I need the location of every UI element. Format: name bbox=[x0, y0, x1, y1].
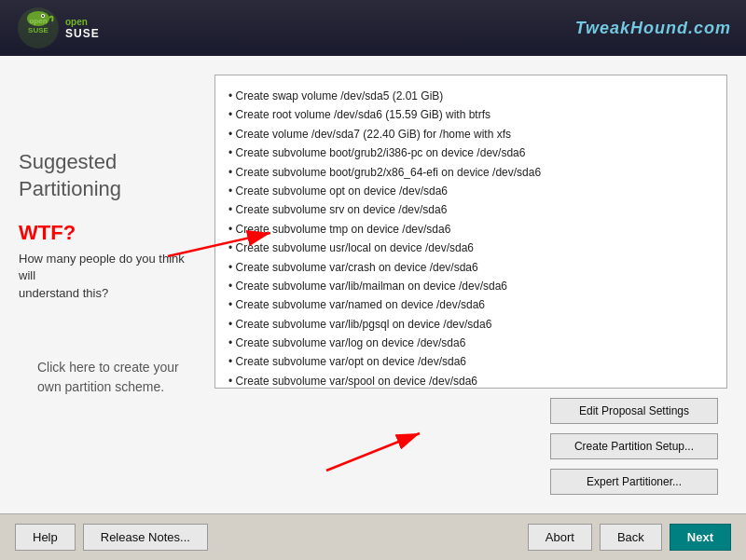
list-item: Create subvolume srv on device /dev/sda6 bbox=[228, 200, 713, 219]
list-item: Create subvolume var/named on device /de… bbox=[228, 295, 713, 314]
abort-button[interactable]: Abort bbox=[528, 524, 592, 551]
list-item: Create subvolume var/log on device /dev/… bbox=[228, 334, 713, 352]
list-item: Create root volume /dev/sda6 (15.59 GiB)… bbox=[228, 105, 713, 124]
back-button[interactable]: Back bbox=[600, 524, 662, 551]
list-item: Create subvolume var/crash on device /de… bbox=[228, 258, 713, 277]
list-item: Create subvolume boot/grub2/x86_64-efi o… bbox=[228, 163, 713, 182]
opensuse-logo: open SUSE bbox=[15, 5, 62, 51]
right-panel: Create swap volume /dev/sda5 (2.01 GiB)C… bbox=[205, 56, 746, 513]
partition-list-box: Create swap volume /dev/sda5 (2.01 GiB)C… bbox=[214, 75, 727, 389]
click-hint: Click here to create yourown partition s… bbox=[37, 358, 186, 397]
list-item: Create swap volume /dev/sda5 (2.01 GiB) bbox=[228, 87, 713, 105]
logo-area: open SUSE open SUSE bbox=[15, 5, 100, 51]
suse-text: SUSE bbox=[65, 27, 100, 40]
list-item: Create subvolume var/spool on device /de… bbox=[228, 372, 713, 389]
wtf-description: How many people do you think willunderst… bbox=[19, 251, 186, 302]
footer-left: Help Release Notes... bbox=[15, 524, 208, 551]
release-notes-button[interactable]: Release Notes... bbox=[83, 524, 208, 551]
partition-list: Create swap volume /dev/sda5 (2.01 GiB)C… bbox=[228, 87, 713, 389]
footer-right: Abort Back Next bbox=[528, 524, 731, 551]
help-button[interactable]: Help bbox=[15, 524, 76, 551]
create-partition-button[interactable]: Create Partition Setup... bbox=[550, 433, 718, 459]
list-item: Create subvolume var/lib/pgsql on device… bbox=[228, 315, 713, 334]
list-item: Create subvolume var/opt on device /dev/… bbox=[228, 352, 713, 371]
open-text: open bbox=[65, 17, 100, 27]
list-item: Create subvolume opt on device /dev/sda6 bbox=[228, 182, 713, 200]
list-item: Create subvolume tmp on device /dev/sda6 bbox=[228, 220, 713, 239]
svg-text:SUSE: SUSE bbox=[28, 26, 48, 34]
section-title: SuggestedPartitioning bbox=[19, 149, 186, 202]
list-item: Create subvolume usr/local on device /de… bbox=[228, 239, 713, 257]
header: open SUSE open SUSE TweakHound.com bbox=[0, 0, 746, 56]
svg-point-5 bbox=[42, 15, 44, 17]
buttons-area: Edit Proposal Settings Create Partition … bbox=[214, 398, 727, 495]
next-button[interactable]: Next bbox=[670, 524, 731, 551]
edit-proposal-button[interactable]: Edit Proposal Settings bbox=[550, 398, 718, 424]
expert-partitioner-button[interactable]: Expert Partitioner... bbox=[550, 469, 718, 495]
left-panel: SuggestedPartitioning WTF? How many peop… bbox=[0, 56, 205, 513]
main-content: SuggestedPartitioning WTF? How many peop… bbox=[0, 56, 746, 513]
wtf-label: WTF? bbox=[19, 221, 186, 245]
footer: Help Release Notes... Abort Back Next bbox=[0, 513, 746, 560]
list-item: Create volume /dev/sda7 (22.40 GiB) for … bbox=[228, 125, 713, 143]
list-item: Create subvolume boot/grub2/i386-pc on d… bbox=[228, 143, 713, 162]
brand-text: TweakHound.com bbox=[575, 19, 731, 38]
list-item: Create subvolume var/lib/mailman on devi… bbox=[228, 277, 713, 295]
content-wrapper: SuggestedPartitioning WTF? How many peop… bbox=[0, 56, 746, 513]
svg-point-3 bbox=[27, 11, 49, 26]
